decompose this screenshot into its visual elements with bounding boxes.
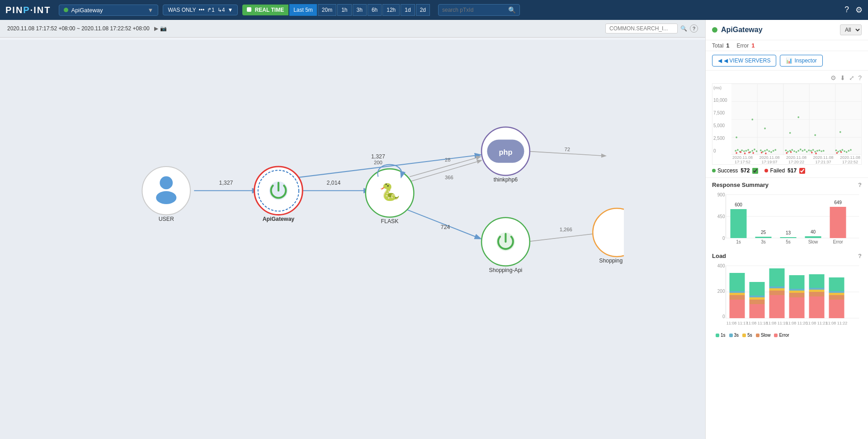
server-map[interactable]: 1,327 2,014 1,327 28 366 724 1,266	[0, 40, 705, 439]
was-only-dots: •••	[198, 7, 204, 13]
expand-icon[interactable]: ⤢	[849, 74, 854, 81]
app-status-indicator	[712, 27, 717, 33]
load-chart: 400 200 0 11:08 11:17	[706, 261, 868, 334]
svg-rect-153	[829, 295, 844, 300]
time-controls: REAL TIME Last 5m 20m 1h 3h 6h 12h 1d 2d	[242, 4, 430, 16]
user-node-label: USER	[159, 216, 174, 222]
svg-point-10	[156, 191, 176, 204]
time-last5m-button[interactable]: Last 5m	[289, 4, 317, 16]
time-range-label: 2020.11.08 17:17:52 +08:00 ~ 2020.11.08 …	[7, 25, 150, 32]
gear-icon[interactable]: ⚙	[830, 74, 836, 81]
load-help-icon[interactable]: ?	[858, 253, 862, 259]
svg-rect-131	[750, 296, 765, 297]
response-summary-header: Response Summary ?	[706, 178, 868, 190]
failed-count: 517	[788, 167, 797, 174]
svg-point-32	[735, 150, 736, 152]
help-scatter-icon[interactable]: ?	[858, 74, 862, 81]
subtitle-search-icon[interactable]: 🔍	[680, 25, 687, 32]
bar-1s[interactable]	[731, 209, 747, 238]
scatter-chart: (ms) 10,000 7,500 5,000 2,500 0	[712, 83, 862, 165]
transaction-search[interactable]: 🔍	[438, 4, 520, 16]
time-20m-button[interactable]: 20m	[318, 4, 336, 16]
success-checkbox[interactable]	[752, 168, 758, 174]
svg-point-52	[787, 151, 789, 153]
svg-point-61	[814, 151, 816, 153]
video-icon[interactable]: 📷	[160, 25, 167, 32]
bar-slow[interactable]	[805, 236, 821, 238]
top-navigation: PINP·INT ApiGateway ▼ WAS ONLY ••• ↱1 ↳4…	[0, 0, 868, 20]
success-count: 572	[741, 167, 750, 174]
time-6h-button[interactable]: 6h	[368, 4, 382, 16]
shopping-api-node-label: Shopping-Api	[489, 267, 523, 273]
svg-rect-136	[769, 288, 785, 291]
success-dot	[712, 169, 716, 172]
shopping-right-label: Shopping	[599, 258, 623, 264]
realtime-button[interactable]: REAL TIME	[242, 5, 288, 15]
svg-point-47	[768, 150, 770, 152]
time-2d-button[interactable]: 2d	[416, 4, 430, 16]
was-arrow-in: ↱1	[207, 7, 215, 13]
node-shopping-right[interactable]: Shopping	[593, 208, 641, 264]
panel-app-name: ApiGateway	[721, 26, 836, 34]
panel-filter-dropdown[interactable]: All	[840, 24, 862, 35]
svg-point-70	[844, 150, 845, 152]
search-input[interactable]	[442, 7, 505, 13]
svg-point-40	[751, 150, 753, 152]
svg-text:600: 600	[735, 202, 742, 207]
time-1h-button[interactable]: 1h	[337, 4, 351, 16]
chart-toolbar: ⚙ ⬇ ⤢ ?	[712, 74, 862, 81]
inspector-button[interactable]: 📊 Inspector	[780, 55, 822, 67]
subtitle-help-icon[interactable]: ?	[690, 24, 698, 33]
svg-rect-126	[730, 273, 745, 291]
time-12h-button[interactable]: 12h	[382, 4, 400, 16]
svg-rect-138	[769, 268, 785, 286]
app-selector[interactable]: ApiGateway ▼	[59, 5, 158, 16]
node-thinkphp[interactable]: php thinkphp6	[481, 127, 530, 183]
svg-text:11:08
11:21: 11:08 11:21	[806, 321, 828, 325]
node-user[interactable]: USER	[142, 167, 190, 222]
edge-label-api-flask: 2,014	[327, 180, 341, 186]
svg-point-87	[744, 153, 746, 154]
svg-text:1s: 1s	[736, 239, 741, 244]
svg-point-96	[836, 152, 838, 154]
view-servers-button[interactable]: ◀ ◀ VIEW SERVERS	[712, 55, 776, 67]
help-icon[interactable]: ?	[844, 5, 849, 15]
svg-rect-148	[809, 290, 825, 292]
bar-5s[interactable]	[780, 237, 797, 238]
svg-point-43	[760, 149, 762, 151]
svg-text:3s: 3s	[761, 239, 766, 244]
total-count: 1	[726, 42, 729, 49]
svg-rect-137	[769, 286, 785, 288]
legend-1s: 1s	[716, 333, 726, 338]
download-icon[interactable]: ⬇	[840, 74, 845, 81]
svg-text:900: 900	[717, 192, 725, 197]
node-shopping-api[interactable]: Shopping-Api	[481, 218, 530, 273]
subtitle-search-input[interactable]	[605, 24, 678, 33]
failed-checkbox[interactable]	[799, 168, 805, 174]
settings-icon[interactable]: ⚙	[855, 5, 863, 15]
svg-text:11:08
11:20: 11:08 11:20	[786, 321, 808, 325]
svg-point-81	[802, 150, 804, 152]
failed-legend: Failed 517	[764, 167, 805, 174]
svg-point-97	[840, 151, 842, 153]
svg-rect-122	[730, 300, 745, 318]
edge-label-api-flask2: 200	[374, 160, 382, 165]
svg-point-83	[806, 151, 808, 153]
bar-error[interactable]	[830, 207, 846, 238]
play-icon[interactable]: ▶	[154, 25, 158, 32]
time-1d-button[interactable]: 1d	[401, 4, 415, 16]
was-arrow-out: ↳4	[217, 7, 225, 13]
response-help-icon[interactable]: ?	[858, 181, 862, 188]
svg-rect-149	[809, 288, 825, 290]
was-only-selector[interactable]: WAS ONLY ••• ↱1 ↳4 ▼	[163, 5, 238, 15]
svg-point-49	[773, 150, 774, 152]
node-apigateway[interactable]: ApiGateway	[255, 167, 303, 222]
svg-point-60	[812, 149, 814, 151]
svg-rect-125	[730, 291, 745, 293]
bar-3s[interactable]	[755, 237, 772, 238]
search-icon[interactable]: 🔍	[508, 6, 516, 14]
svg-text:11:08
11:18: 11:08 11:18	[746, 321, 768, 325]
node-flask[interactable]: 🐍 FLASK	[366, 169, 414, 224]
svg-rect-134	[769, 295, 785, 318]
time-3h-button[interactable]: 3h	[353, 4, 367, 16]
